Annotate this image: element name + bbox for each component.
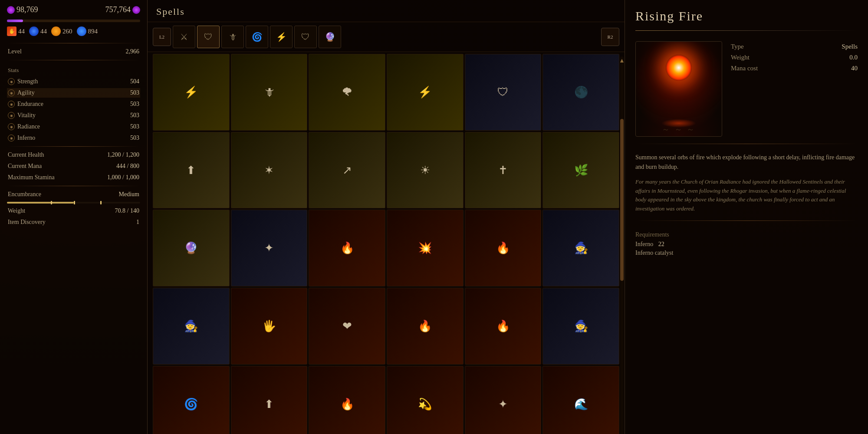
vitality-row: ◉ Vitality 503 xyxy=(7,111,140,120)
spell-vis-3-0: 🧙 xyxy=(153,288,229,364)
item-preview-row: ～ ～ ～ Type Spells Weight 0.0 Mana cost 4… xyxy=(635,41,858,137)
spell-vis-2-4: 🔥 xyxy=(465,210,541,286)
spell-vis-2-5: 🧙 xyxy=(543,210,619,286)
spell-vis-0-4: 🛡 xyxy=(465,54,541,130)
spell-vis-0-1: 🗡 xyxy=(231,54,307,130)
radiance-row: ◉ Radiance 503 xyxy=(7,122,140,132)
inferno-bullet: ◉ xyxy=(8,135,15,141)
spell-slot-4-5[interactable]: 🌊 xyxy=(542,366,619,434)
spell-slot-3-5[interactable]: 🧙 xyxy=(542,288,619,365)
spell-slot-4-4[interactable]: ✦ xyxy=(465,366,542,434)
endurance-bullet: ◉ xyxy=(8,101,15,108)
spell-slot-1-2[interactable]: ↗ xyxy=(309,132,385,209)
spell-vis-4-3: 💫 xyxy=(387,366,463,434)
souls-left: 98,769 xyxy=(7,5,38,14)
spell-slot-3-1[interactable]: 🖐 xyxy=(231,288,308,365)
center-panel: Spells L2 ⚔ 🛡 🗡 🌀 ⚡ 🛡 🔮 R2 ⚡ 🗡 xyxy=(148,0,625,434)
weight-stat-value: 0.0 xyxy=(849,54,858,61)
stamina-value: 260 xyxy=(62,28,72,35)
nav-right-button[interactable]: R2 xyxy=(601,28,619,46)
inferno-label: ◉ Inferno xyxy=(8,135,35,141)
spell-slot-0-3[interactable]: ⚡ xyxy=(387,54,464,131)
nav-slot-4[interactable]: ⚡ xyxy=(270,26,293,48)
spell-slot-1-1[interactable]: ✶ xyxy=(231,132,308,209)
spell-slot-0-0[interactable]: ⚡ xyxy=(153,54,230,131)
spell-slot-2-5[interactable]: 🧙 xyxy=(542,210,619,286)
spell-slot-4-0[interactable]: 🌀 xyxy=(153,366,230,434)
health-row: Current Health 1,200 / 1,200 xyxy=(7,150,140,160)
nav-icon-3: 🌀 xyxy=(252,32,263,42)
req2: Inferno catalyst xyxy=(635,250,673,256)
xp-bar-fill xyxy=(7,20,23,22)
nav-slot-1[interactable]: 🛡 xyxy=(197,26,220,48)
spell-vis-0-2: 🌪 xyxy=(309,54,385,130)
spell-slot-3-2[interactable]: ❤ xyxy=(309,288,385,365)
level-label: Level xyxy=(8,48,22,55)
vitality-bullet: ◉ xyxy=(8,112,15,119)
weight-value: 70.8 / 140 xyxy=(115,207,139,214)
spell-slot-0-1[interactable]: 🗡 xyxy=(231,54,308,131)
spell-slot-2-0[interactable]: 🔮 xyxy=(153,210,230,286)
weight-label: Weight xyxy=(8,207,25,214)
spell-vis-0-0: ⚡ xyxy=(153,54,229,130)
hand-stat-group: ✋ 44 xyxy=(7,26,25,36)
nav-slot-0[interactable]: ⚔ xyxy=(173,26,195,48)
nav-slot-6[interactable]: 🔮 xyxy=(319,26,341,48)
radiance-value: 503 xyxy=(130,123,139,130)
divider-3 xyxy=(7,146,140,147)
spell-vis-3-1: 🖐 xyxy=(231,288,307,364)
spell-slot-4-2[interactable]: 🔥 xyxy=(309,366,385,434)
spell-vis-1-2: ↗ xyxy=(309,132,385,208)
radiance-label: ◉ Radiance xyxy=(8,123,40,130)
spell-slot-4-3[interactable]: 💫 xyxy=(387,366,464,434)
item-discovery-value: 1 xyxy=(136,219,139,226)
mana-value: 444 / 800 xyxy=(116,163,139,170)
spell-slot-2-2[interactable]: 🔥 xyxy=(309,210,385,286)
spell-slot-1-3[interactable]: ☀ xyxy=(387,132,464,209)
spell-slot-0-4[interactable]: 🛡 xyxy=(465,54,542,131)
spell-slot-1-4[interactable]: ✝ xyxy=(465,132,542,209)
enc-bar-fill xyxy=(7,202,74,204)
inferno-value: 503 xyxy=(130,135,139,141)
requirements-section: Requirements Inferno 22 Inferno catalyst xyxy=(635,231,858,256)
mana-icon xyxy=(77,26,86,36)
spell-slot-3-0[interactable]: 🧙 xyxy=(153,288,230,365)
mana-label: Current Mana xyxy=(8,163,42,170)
spell-slot-2-4[interactable]: 🔥 xyxy=(465,210,542,286)
nav-icon-2: 🗡 xyxy=(228,32,237,42)
nav-left-button[interactable]: L2 xyxy=(153,28,171,46)
spell-slot-1-5[interactable]: 🌿 xyxy=(542,132,619,209)
agility-value: 503 xyxy=(130,89,139,96)
spell-vis-3-5: 🧙 xyxy=(543,288,619,364)
req1: Inferno 22 xyxy=(635,241,664,248)
strength-bullet: ◉ xyxy=(8,78,15,85)
nav-slot-2[interactable]: 🗡 xyxy=(221,26,244,48)
scroll-up-arrow[interactable]: ▲ xyxy=(620,56,624,65)
mana-cost-row: Mana cost 40 xyxy=(731,65,858,72)
spell-slot-1-0[interactable]: ⬆ xyxy=(153,132,230,209)
spell-slot-4-1[interactable]: ⬆ xyxy=(231,366,308,434)
spell-slot-0-2[interactable]: 🌪 xyxy=(309,54,385,131)
nav-slot-3[interactable]: 🌀 xyxy=(246,26,268,48)
hand-icon: ✋ xyxy=(7,26,16,36)
right-divider-2 xyxy=(635,220,858,221)
req1-name: Inferno xyxy=(635,241,653,247)
spell-vis-1-0: ⬆ xyxy=(153,132,229,208)
spell-slot-3-3[interactable]: 🔥 xyxy=(387,288,464,365)
scroll-thumb[interactable] xyxy=(620,119,624,281)
soul-icon-left xyxy=(7,6,15,14)
spell-slot-0-5[interactable]: 🌑 xyxy=(542,54,619,131)
req1-value: 22 xyxy=(658,241,664,247)
spell-vis-3-4: 🔥 xyxy=(465,288,541,364)
left-panel: 98,769 757,764 ✋ 44 44 260 xyxy=(0,0,148,434)
spell-slot-3-4[interactable]: 🔥 xyxy=(465,288,542,365)
nav-slot-5[interactable]: 🛡 xyxy=(294,26,317,48)
scroll-bar[interactable]: ▲ ▼ xyxy=(620,56,624,434)
mana-stat-group: 894 xyxy=(77,26,98,36)
title-divider xyxy=(635,30,858,31)
strength-value: 504 xyxy=(130,78,139,85)
spell-slot-2-1[interactable]: ✦ xyxy=(231,210,308,286)
spell-slot-2-3[interactable]: 💥 xyxy=(387,210,464,286)
xp-bar-container xyxy=(7,20,140,22)
souls-left-value: 98,769 xyxy=(16,5,38,14)
